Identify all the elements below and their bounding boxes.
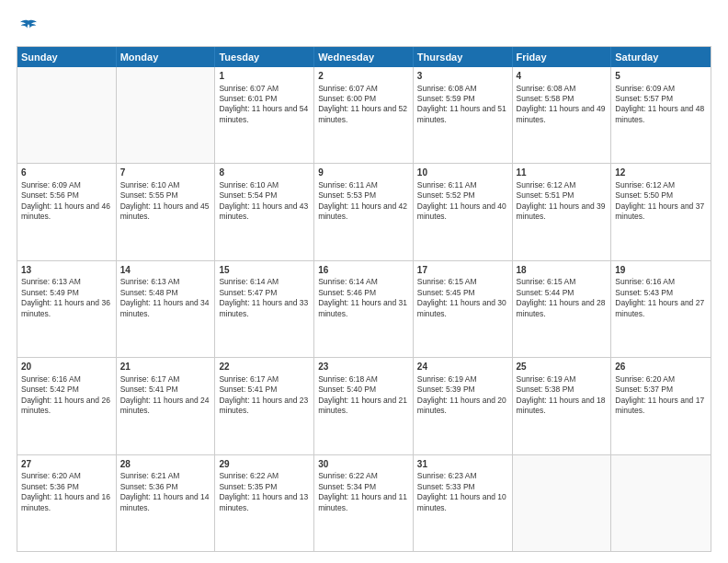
day-cell-12: 12Sunrise: 6:12 AMSunset: 5:50 PMDayligh… — [611, 164, 711, 259]
day-cell-11: 11Sunrise: 6:12 AMSunset: 5:51 PMDayligh… — [513, 164, 612, 259]
daylight-text: Daylight: 11 hours and 23 minutes. — [219, 396, 308, 415]
daylight-text: Daylight: 11 hours and 31 minutes. — [318, 298, 407, 317]
calendar-body: 1Sunrise: 6:07 AMSunset: 6:01 PMDaylight… — [17, 67, 711, 551]
sunset-text: Sunset: 5:45 PM — [417, 288, 475, 297]
sunset-text: Sunset: 5:56 PM — [21, 190, 79, 200]
day-cell-7: 7Sunrise: 6:10 AMSunset: 5:55 PMDaylight… — [117, 164, 216, 259]
sunset-text: Sunset: 6:00 PM — [318, 94, 376, 103]
daylight-text: Daylight: 11 hours and 26 minutes. — [21, 396, 110, 415]
sunset-text: Sunset: 5:49 PM — [21, 288, 79, 297]
sunset-text: Sunset: 5:37 PM — [615, 385, 673, 394]
day-cell-25: 25Sunrise: 6:19 AMSunset: 5:38 PMDayligh… — [513, 358, 612, 454]
weekday-header-sunday: Sunday — [17, 47, 117, 67]
sunrise-text: Sunrise: 6:10 AM — [120, 180, 180, 190]
daylight-text: Daylight: 11 hours and 24 minutes. — [120, 396, 210, 415]
day-cell-2: 2Sunrise: 6:07 AMSunset: 6:00 PMDaylight… — [314, 67, 414, 163]
logo-bird-icon — [18, 17, 39, 37]
day-number: 1 — [219, 70, 310, 83]
sunrise-text: Sunrise: 6:07 AM — [318, 84, 378, 93]
day-number: 27 — [21, 458, 112, 471]
daylight-text: Daylight: 11 hours and 17 minutes. — [615, 396, 704, 415]
day-number: 6 — [21, 167, 112, 179]
daylight-text: Daylight: 11 hours and 33 minutes. — [219, 298, 308, 317]
day-cell-13: 13Sunrise: 6:13 AMSunset: 5:49 PMDayligh… — [17, 261, 117, 357]
calendar-row-3: 20Sunrise: 6:16 AMSunset: 5:42 PMDayligh… — [17, 358, 711, 454]
sunrise-text: Sunrise: 6:12 AM — [517, 180, 576, 190]
day-number: 2 — [318, 70, 409, 83]
sunrise-text: Sunrise: 6:11 AM — [417, 180, 477, 190]
sunrise-text: Sunrise: 6:09 AM — [615, 84, 675, 93]
sunrise-text: Sunrise: 6:08 AM — [417, 84, 477, 93]
sunrise-text: Sunrise: 6:11 AM — [318, 180, 378, 190]
sunrise-text: Sunrise: 6:13 AM — [21, 277, 81, 286]
sunset-text: Sunset: 5:35 PM — [219, 482, 277, 491]
sunset-text: Sunset: 5:36 PM — [21, 482, 79, 491]
day-number: 20 — [21, 361, 112, 373]
day-cell-empty-0-1 — [117, 67, 216, 163]
sunset-text: Sunset: 5:44 PM — [517, 288, 574, 297]
weekday-header-monday: Monday — [117, 47, 216, 67]
daylight-text: Daylight: 11 hours and 20 minutes. — [417, 396, 506, 415]
sunrise-text: Sunrise: 6:13 AM — [120, 277, 180, 286]
sunset-text: Sunset: 5:54 PM — [219, 190, 277, 200]
sunset-text: Sunset: 5:53 PM — [318, 190, 376, 200]
sunset-text: Sunset: 5:58 PM — [517, 94, 574, 103]
daylight-text: Daylight: 11 hours and 30 minutes. — [417, 298, 506, 317]
day-cell-10: 10Sunrise: 6:11 AMSunset: 5:52 PMDayligh… — [414, 164, 513, 259]
day-cell-26: 26Sunrise: 6:20 AMSunset: 5:37 PMDayligh… — [611, 358, 711, 454]
sunset-text: Sunset: 5:47 PM — [219, 288, 277, 297]
daylight-text: Daylight: 11 hours and 46 minutes. — [21, 201, 110, 221]
sunset-text: Sunset: 5:51 PM — [517, 190, 574, 200]
sunrise-text: Sunrise: 6:20 AM — [21, 471, 81, 480]
calendar-header: SundayMondayTuesdayWednesdayThursdayFrid… — [17, 47, 711, 67]
daylight-text: Daylight: 11 hours and 54 minutes. — [219, 104, 308, 123]
day-number: 7 — [120, 167, 211, 179]
day-number: 9 — [318, 167, 409, 179]
day-cell-30: 30Sunrise: 6:22 AMSunset: 5:34 PMDayligh… — [314, 455, 414, 551]
day-number: 8 — [219, 167, 310, 179]
sunrise-text: Sunrise: 6:12 AM — [615, 180, 675, 190]
sunset-text: Sunset: 5:43 PM — [615, 288, 673, 297]
sunrise-text: Sunrise: 6:09 AM — [21, 180, 81, 190]
day-number: 19 — [615, 264, 707, 277]
sunrise-text: Sunrise: 6:20 AM — [615, 374, 675, 384]
day-cell-empty-4-6 — [611, 455, 711, 551]
daylight-text: Daylight: 11 hours and 43 minutes. — [219, 201, 308, 221]
day-cell-19: 19Sunrise: 6:16 AMSunset: 5:43 PMDayligh… — [611, 261, 711, 357]
sunrise-text: Sunrise: 6:15 AM — [417, 277, 477, 286]
day-number: 5 — [615, 70, 707, 83]
sunset-text: Sunset: 5:34 PM — [318, 482, 376, 491]
day-cell-6: 6Sunrise: 6:09 AMSunset: 5:56 PMDaylight… — [17, 164, 117, 259]
sunset-text: Sunset: 5:41 PM — [120, 385, 178, 394]
day-cell-28: 28Sunrise: 6:21 AMSunset: 5:36 PMDayligh… — [117, 455, 216, 551]
daylight-text: Daylight: 11 hours and 48 minutes. — [615, 104, 704, 123]
sunrise-text: Sunrise: 6:14 AM — [219, 277, 279, 286]
sunrise-text: Sunrise: 6:22 AM — [318, 471, 378, 480]
sunrise-text: Sunrise: 6:10 AM — [219, 180, 279, 190]
sunset-text: Sunset: 5:46 PM — [318, 288, 376, 297]
weekday-header-friday: Friday — [513, 47, 612, 67]
daylight-text: Daylight: 11 hours and 42 minutes. — [318, 201, 407, 221]
day-cell-8: 8Sunrise: 6:10 AMSunset: 5:54 PMDaylight… — [215, 164, 314, 259]
day-number: 11 — [517, 167, 608, 179]
day-cell-27: 27Sunrise: 6:20 AMSunset: 5:36 PMDayligh… — [17, 455, 117, 551]
daylight-text: Daylight: 11 hours and 40 minutes. — [417, 201, 506, 221]
calendar-row-2: 13Sunrise: 6:13 AMSunset: 5:49 PMDayligh… — [17, 261, 711, 358]
sunset-text: Sunset: 5:41 PM — [219, 385, 277, 394]
daylight-text: Daylight: 11 hours and 34 minutes. — [120, 298, 210, 317]
day-number: 10 — [417, 167, 508, 179]
day-number: 17 — [417, 264, 508, 277]
calendar-row-4: 27Sunrise: 6:20 AMSunset: 5:36 PMDayligh… — [17, 455, 711, 551]
day-cell-21: 21Sunrise: 6:17 AMSunset: 5:41 PMDayligh… — [117, 358, 216, 454]
sunset-text: Sunset: 5:40 PM — [318, 385, 376, 394]
sunrise-text: Sunrise: 6:19 AM — [417, 374, 477, 384]
sunset-text: Sunset: 5:42 PM — [21, 385, 79, 394]
daylight-text: Daylight: 11 hours and 36 minutes. — [21, 298, 110, 317]
sunset-text: Sunset: 5:33 PM — [417, 482, 475, 491]
sunrise-text: Sunrise: 6:21 AM — [120, 471, 180, 480]
daylight-text: Daylight: 11 hours and 13 minutes. — [219, 492, 308, 511]
day-cell-29: 29Sunrise: 6:22 AMSunset: 5:35 PMDayligh… — [215, 455, 314, 551]
day-cell-4: 4Sunrise: 6:08 AMSunset: 5:58 PMDaylight… — [513, 67, 612, 163]
day-cell-31: 31Sunrise: 6:23 AMSunset: 5:33 PMDayligh… — [414, 455, 513, 551]
day-number: 23 — [318, 361, 409, 373]
